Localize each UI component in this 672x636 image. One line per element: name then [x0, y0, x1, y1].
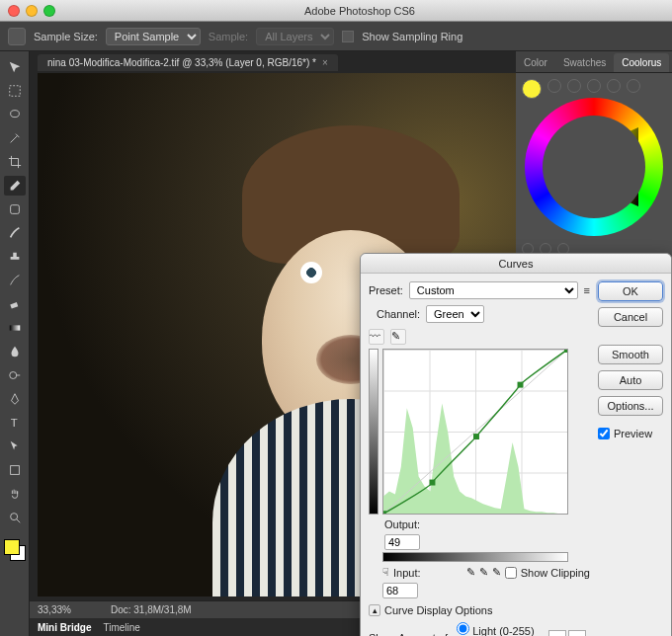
- color-slot[interactable]: [567, 79, 581, 93]
- foreground-color-swatch[interactable]: [4, 539, 20, 555]
- tab-timeline[interactable]: Timeline: [103, 622, 139, 633]
- tab-swatches[interactable]: Swatches: [555, 53, 614, 72]
- curve-draw-icon[interactable]: 〰: [369, 329, 384, 345]
- sample-size-select[interactable]: Point Sample: [106, 28, 201, 45]
- tab-color[interactable]: Color: [516, 53, 555, 72]
- preview-checkbox[interactable]: [598, 428, 610, 439]
- close-icon[interactable]: [8, 5, 20, 17]
- input-label: Input:: [393, 567, 421, 579]
- chevron-up-icon: ▴: [369, 604, 380, 616]
- traffic-lights: [8, 5, 55, 17]
- show-clipping-checkbox[interactable]: [505, 567, 517, 579]
- options-bar: Sample Size: Point Sample Sample: All La…: [0, 22, 672, 51]
- close-tab-icon[interactable]: ×: [322, 57, 328, 68]
- input-gradient: [382, 552, 568, 562]
- svg-rect-3: [10, 302, 18, 309]
- smooth-button[interactable]: Smooth: [598, 345, 663, 364]
- show-clipping-label: Show Clipping: [521, 567, 590, 579]
- crop-tool[interactable]: [4, 152, 26, 172]
- window-titlebar: Adobe Photoshop CS6: [0, 0, 672, 22]
- zoom-level[interactable]: 33,33%: [38, 604, 71, 615]
- curves-graph[interactable]: [382, 349, 568, 515]
- preset-menu-icon[interactable]: ≡: [584, 284, 590, 296]
- hand-tool[interactable]: [4, 484, 26, 504]
- brush-tool[interactable]: [4, 223, 26, 243]
- grid-simple-icon[interactable]: [548, 630, 566, 636]
- preset-select[interactable]: Custom: [409, 281, 578, 299]
- svg-rect-0: [9, 86, 20, 97]
- on-image-adjust-icon[interactable]: ☟: [382, 566, 389, 579]
- color-slot[interactable]: [627, 79, 640, 93]
- heal-tool[interactable]: [4, 199, 26, 219]
- ok-button[interactable]: OK: [598, 281, 663, 301]
- output-gradient: [369, 349, 378, 515]
- curves-dialog: Curves Preset: Custom ≡ Channel: Green 〰…: [360, 253, 672, 636]
- marquee-tool[interactable]: [4, 81, 26, 101]
- curve-line[interactable]: [383, 350, 567, 514]
- sample-label: Sample:: [209, 31, 248, 42]
- color-swatches[interactable]: [4, 539, 26, 561]
- minimize-icon[interactable]: [26, 5, 38, 17]
- panel-tabs-color: Color Swatches Coolorus: [516, 51, 672, 73]
- cancel-button[interactable]: Cancel: [598, 307, 663, 327]
- shape-tool[interactable]: [4, 460, 26, 480]
- preset-label: Preset:: [369, 284, 403, 296]
- color-triangle[interactable]: [549, 127, 638, 206]
- options-button[interactable]: Options...: [598, 396, 663, 416]
- output-field[interactable]: [384, 534, 420, 550]
- eraser-tool[interactable]: [4, 294, 26, 314]
- show-sampling-ring-checkbox[interactable]: [342, 31, 354, 42]
- svg-rect-7: [10, 466, 19, 475]
- pen-tool[interactable]: [4, 389, 26, 409]
- type-tool[interactable]: T: [4, 413, 26, 433]
- light-radio[interactable]: [457, 622, 469, 635]
- dialog-title[interactable]: Curves: [361, 254, 671, 274]
- channel-label: Channel:: [377, 308, 420, 320]
- sample-layers-select: All Layers: [256, 28, 334, 45]
- path-select-tool[interactable]: [4, 437, 26, 456]
- zoom-icon[interactable]: [43, 5, 55, 17]
- gray-eyedropper-icon[interactable]: ✎: [479, 566, 488, 579]
- white-eyedropper-icon[interactable]: ✎: [492, 566, 501, 579]
- svg-point-1: [10, 111, 19, 118]
- output-label: Output:: [384, 518, 420, 530]
- svg-text:T: T: [10, 417, 17, 429]
- svg-rect-14: [564, 350, 567, 353]
- zoom-tool[interactable]: [4, 508, 26, 527]
- coolorus-panel[interactable]: [516, 73, 672, 261]
- stamp-tool[interactable]: [4, 247, 26, 267]
- input-field[interactable]: [382, 583, 418, 598]
- grid-detailed-icon[interactable]: [568, 630, 586, 636]
- svg-point-5: [9, 372, 16, 379]
- gradient-tool[interactable]: [4, 318, 26, 338]
- show-sampling-ring-label: Show Sampling Ring: [362, 31, 462, 42]
- svg-point-8: [10, 514, 17, 520]
- black-eyedropper-icon[interactable]: ✎: [466, 566, 475, 579]
- svg-rect-11: [473, 434, 479, 439]
- eyedropper-tool-icon[interactable]: [8, 28, 26, 45]
- dodge-tool[interactable]: [4, 365, 26, 385]
- lasso-tool[interactable]: [4, 105, 26, 124]
- current-color-swatch[interactable]: [522, 79, 542, 99]
- channel-select[interactable]: Green: [426, 305, 484, 323]
- curve-pencil-icon[interactable]: ✎: [390, 329, 406, 345]
- wand-tool[interactable]: [4, 128, 26, 148]
- color-wheel[interactable]: [525, 98, 663, 236]
- move-tool[interactable]: [4, 57, 26, 77]
- sample-size-label: Sample Size:: [34, 31, 98, 42]
- color-slot[interactable]: [547, 79, 561, 93]
- document-tab[interactable]: nina 03-Modifica-Modifica-2.tif @ 33,3% …: [38, 54, 338, 71]
- svg-rect-4: [9, 325, 20, 330]
- document-tab-label: nina 03-Modifica-Modifica-2.tif @ 33,3% …: [47, 57, 316, 68]
- svg-rect-12: [518, 382, 524, 388]
- eyedropper-tool[interactable]: [4, 176, 26, 196]
- auto-button[interactable]: Auto: [598, 370, 663, 390]
- blur-tool[interactable]: [4, 342, 26, 361]
- display-options-disclosure[interactable]: ▴ Curve Display Options: [369, 604, 590, 616]
- color-slot[interactable]: [587, 79, 601, 93]
- app-title: Adobe Photoshop CS6: [55, 5, 664, 17]
- color-slot[interactable]: [607, 79, 621, 93]
- history-brush-tool[interactable]: [4, 271, 26, 290]
- tab-mini-bridge[interactable]: Mini Bridge: [38, 622, 91, 633]
- tab-coolorus[interactable]: Coolorus: [614, 53, 669, 72]
